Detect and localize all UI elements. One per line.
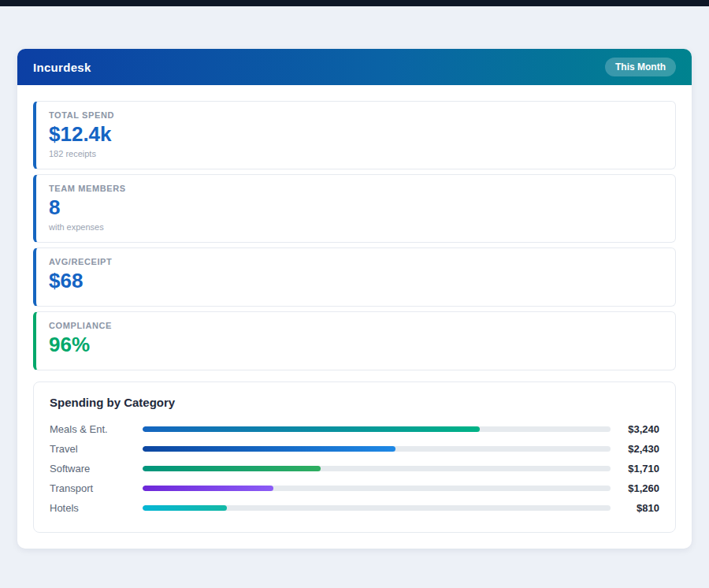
category-label: Transport [50,482,143,494]
spending-row-travel: Travel $2,430 [50,439,659,459]
bar-track [143,426,611,432]
bar-fill [143,446,395,452]
bar-track [143,486,611,491]
bar-track [143,505,611,511]
bar-fill [143,505,227,511]
app-header: Incurdesk This Month [17,49,692,85]
category-label: Travel [50,443,143,455]
bar-fill [143,466,321,471]
bar-fill [143,486,273,491]
bar-track [143,446,611,452]
spending-row-hotels: Hotels $810 [50,498,659,518]
category-label: Meals & Ent. [50,423,143,435]
app-body: TOTAL SPEND $12.4k 182 receipts TEAM MEM… [17,85,692,549]
page-background: Incurdesk This Month TOTAL SPEND $12.4k … [0,6,709,549]
spending-card-title: Spending by Category [50,396,659,409]
bar-track [143,466,611,471]
stat-label: TOTAL SPEND [49,110,663,120]
stat-card-compliance: COMPLIANCE 96% [33,311,676,370]
stat-card-team-members: TEAM MEMBERS 8 with expenses [33,174,676,243]
category-label: Hotels [50,502,143,514]
spending-row-transport: Transport $1,260 [50,478,659,498]
stat-value: $12.4k [49,123,663,147]
category-amount: $1,260 [611,482,659,494]
spending-by-category-card: Spending by Category Meals & Ent. $3,240… [33,381,676,533]
stat-sub: with expenses [49,222,663,232]
stat-label: COMPLIANCE [49,321,663,330]
stat-card-total-spend: TOTAL SPEND $12.4k 182 receipts [33,101,676,169]
app-title: Incurdesk [33,61,91,74]
spending-row-software: Software $1,710 [50,459,659,478]
category-amount: $810 [611,502,659,514]
stat-label: AVG/RECEIPT [49,257,663,266]
period-badge[interactable]: This Month [605,58,676,76]
stat-sub: 182 receipts [49,149,663,158]
category-amount: $3,240 [611,423,659,435]
bar-fill [143,426,480,432]
spending-row-meals: Meals & Ent. $3,240 [50,419,659,439]
category-label: Software [50,463,143,474]
stat-label: TEAM MEMBERS [49,184,663,193]
top-bar [0,0,709,6]
stat-value: $68 [49,270,663,293]
category-amount: $1,710 [611,463,659,474]
stat-card-avg-receipt: AVG/RECEIPT $68 [33,247,676,307]
stat-value: 8 [49,196,663,220]
expense-dashboard-card: Incurdesk This Month TOTAL SPEND $12.4k … [17,49,692,549]
stat-value: 96% [49,333,663,357]
category-amount: $2,430 [611,443,659,455]
